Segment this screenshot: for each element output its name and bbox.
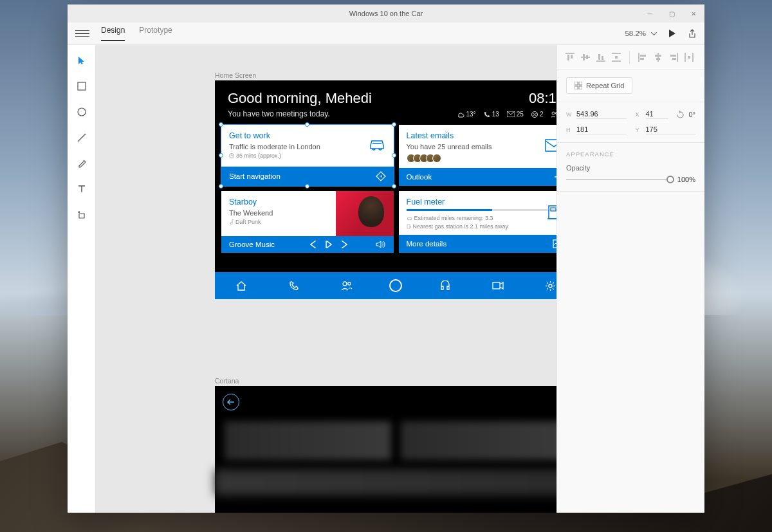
svg-rect-22	[583, 54, 585, 60]
play-icon[interactable]	[326, 241, 332, 248]
opacity-label: Opacity	[566, 164, 590, 172]
svg-rect-34	[655, 55, 661, 57]
zoom-dropdown[interactable]: 58.2%	[625, 30, 657, 37]
window-maximize[interactable]: ▢	[661, 5, 683, 23]
svg-rect-43	[579, 82, 582, 85]
nav-cortana[interactable]	[389, 279, 402, 292]
tile-music[interactable]: Starboy The Weekend Daft Punk Groove Mus…	[221, 191, 394, 253]
directions-icon	[376, 171, 386, 181]
tile-subtitle: Traffic is moderate in London	[229, 143, 386, 151]
nav-phone[interactable]	[284, 275, 304, 296]
tile-fuel-meter[interactable]: Fuel meter Estimated miles remaining: 3.…	[399, 191, 557, 253]
mail-status: 25	[507, 111, 524, 118]
appearance-label: APPEARANCE	[566, 151, 695, 158]
car-small-icon	[407, 216, 412, 221]
svg-point-15	[348, 282, 351, 285]
car-icon	[368, 138, 386, 154]
play-button[interactable]	[668, 30, 676, 37]
svg-rect-31	[640, 55, 646, 57]
align-top[interactable]	[564, 51, 576, 64]
align-vcenter[interactable]	[579, 51, 592, 64]
chevron-down-icon	[651, 32, 657, 35]
svg-point-6	[556, 112, 556, 114]
tile-footer[interactable]: More details	[399, 235, 557, 253]
align-right[interactable]	[667, 51, 680, 64]
svg-rect-9	[407, 225, 410, 228]
y-field[interactable]: 175	[646, 125, 696, 134]
volume-icon[interactable]	[376, 241, 386, 248]
svg-rect-44	[574, 86, 578, 89]
svg-point-4	[531, 111, 537, 117]
fuel-progress-bar	[407, 209, 493, 211]
fuel-line2: Nearest gas station is 2.1 miles away	[413, 223, 509, 230]
ellipse-tool[interactable]	[75, 105, 88, 118]
hamburger-icon[interactable]	[75, 26, 89, 41]
svg-line-2	[78, 134, 86, 142]
svg-point-5	[552, 112, 555, 115]
distribute-h[interactable]	[683, 51, 695, 64]
tool-sidebar	[68, 45, 96, 513]
align-hcenter[interactable]	[652, 51, 665, 64]
tile-footer[interactable]: Groove Music	[221, 236, 394, 253]
svg-rect-45	[579, 86, 582, 89]
svg-rect-0	[78, 82, 86, 90]
tile-footer[interactable]: Start navigation	[221, 167, 394, 186]
nav-people[interactable]	[336, 275, 357, 296]
rectangle-tool[interactable]	[75, 80, 88, 93]
distribute-v[interactable]	[610, 51, 623, 64]
rotation-field[interactable]: 0°	[688, 111, 695, 118]
clock-icon	[229, 153, 234, 158]
avatar-stack	[407, 154, 557, 163]
width-field[interactable]: 543.96	[576, 110, 627, 119]
app-window: Windows 10 on the Car ─ ▢ ✕ Design Proto…	[68, 5, 704, 513]
line-tool[interactable]	[75, 131, 88, 144]
artboard-label-cortana[interactable]: Cortana	[215, 377, 239, 385]
text-tool[interactable]	[75, 183, 88, 196]
svg-rect-19	[567, 55, 569, 60]
opacity-value[interactable]: 100%	[677, 176, 695, 183]
next-icon[interactable]	[341, 241, 347, 248]
previous-icon[interactable]	[310, 241, 317, 248]
svg-rect-26	[602, 56, 603, 60]
tile-latest-emails[interactable]: Latest emails You have 25 unread emails …	[399, 125, 557, 186]
svg-point-1	[78, 108, 86, 116]
svg-rect-29	[615, 56, 618, 59]
nav-settings[interactable]	[540, 275, 556, 296]
window-minimize[interactable]: ─	[639, 5, 661, 23]
nav-music[interactable]	[435, 275, 455, 296]
nav-video[interactable]	[488, 275, 508, 296]
artboard-home[interactable]: Good morning, Mehedi You have two meetin…	[215, 80, 556, 299]
slider-thumb[interactable]	[666, 176, 674, 183]
opacity-slider[interactable]	[566, 179, 671, 180]
rotation-icon[interactable]	[676, 111, 685, 119]
svg-rect-8	[546, 140, 556, 151]
tile-footer[interactable]: Outlook	[399, 168, 557, 186]
pen-tool[interactable]	[75, 157, 88, 170]
tile-title: Latest emails	[407, 131, 557, 140]
x-field[interactable]: 41	[646, 110, 669, 119]
menubar: Design Prototype 58.2%	[68, 23, 704, 45]
repeat-grid-button[interactable]: Repeat Grid	[566, 77, 632, 94]
artboard-cortana[interactable]	[215, 386, 556, 513]
back-button[interactable]	[223, 394, 239, 410]
album-art	[336, 191, 394, 236]
svg-rect-20	[571, 55, 573, 59]
svg-rect-38	[672, 58, 676, 60]
select-tool[interactable]	[75, 54, 88, 67]
svg-rect-23	[586, 55, 588, 59]
artboard-label-home[interactable]: Home Screen	[215, 71, 256, 79]
canvas[interactable]: Home Screen Good morning, Mehedi You hav…	[96, 45, 556, 513]
window-close[interactable]: ✕	[683, 5, 704, 23]
align-bottom[interactable]	[594, 51, 607, 64]
tab-prototype[interactable]: Prototype	[139, 26, 172, 41]
svg-point-17	[549, 284, 552, 288]
tile-get-to-work[interactable]: Get to work Traffic is moderate in Londo…	[221, 125, 394, 186]
picture-icon	[553, 239, 556, 248]
share-button[interactable]	[688, 29, 697, 38]
nav-home[interactable]	[231, 275, 252, 296]
align-left[interactable]	[636, 51, 649, 64]
music-note-icon	[229, 219, 234, 225]
height-field[interactable]: 181	[576, 125, 627, 134]
artboard-tool[interactable]	[75, 208, 88, 221]
tab-design[interactable]: Design	[101, 26, 125, 41]
